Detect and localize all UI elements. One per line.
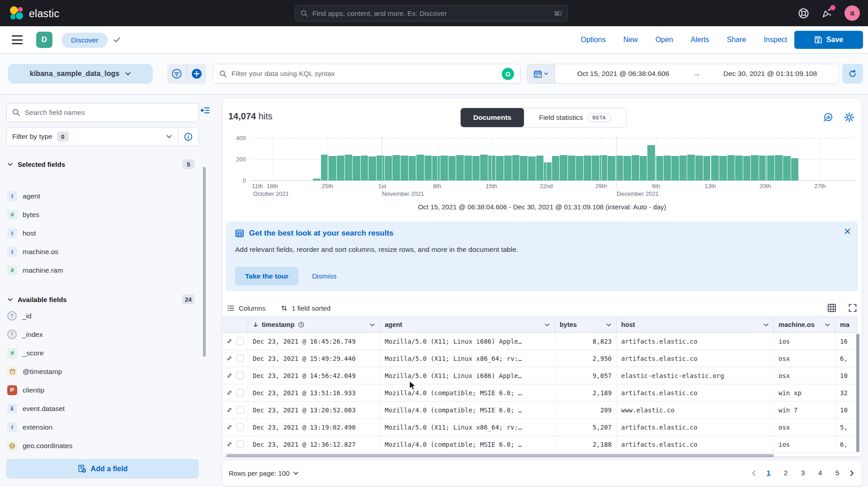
histogram-bar[interactable] — [623, 156, 631, 180]
expand-row-icon[interactable] — [226, 355, 232, 361]
histogram-bar[interactable] — [512, 155, 520, 180]
selected-field-agent[interactable]: tagent — [7, 187, 188, 205]
row-checkbox[interactable] — [236, 423, 244, 431]
row-checkbox[interactable] — [236, 440, 244, 448]
histogram-bar[interactable] — [711, 156, 719, 180]
histogram-bar[interactable] — [488, 156, 496, 180]
page-4[interactable]: 4 — [814, 467, 826, 479]
histogram-bar[interactable] — [520, 156, 528, 180]
dismiss-link[interactable]: Dismiss — [312, 272, 336, 280]
header-machine-os[interactable]: machine.os — [774, 317, 835, 332]
histogram-bar[interactable] — [695, 156, 703, 180]
histogram-bar[interactable] — [640, 156, 647, 180]
histogram-bar[interactable] — [735, 156, 743, 180]
histogram-bar[interactable] — [584, 156, 591, 180]
histogram-bar[interactable] — [568, 156, 576, 180]
histogram-bar[interactable] — [464, 156, 472, 180]
nav-link-inspect[interactable]: Inspect — [764, 36, 787, 44]
save-button[interactable]: Save — [794, 31, 863, 49]
histogram-bar[interactable] — [409, 156, 416, 180]
row-checkbox[interactable] — [236, 355, 244, 362]
expand-row-icon[interactable] — [226, 407, 232, 413]
take-tour-button[interactable]: Take the tour — [235, 267, 298, 285]
histogram-bar[interactable] — [448, 156, 456, 180]
histogram-bar[interactable] — [751, 155, 759, 180]
histogram-bar[interactable] — [337, 156, 344, 180]
histogram-bar[interactable] — [472, 156, 480, 180]
row-checkbox[interactable] — [236, 406, 244, 414]
row-checkbox[interactable] — [236, 372, 244, 379]
histogram-bar[interactable] — [401, 156, 408, 180]
elastic-logo[interactable]: elastic — [9, 6, 59, 21]
field-search[interactable] — [6, 103, 199, 122]
selected-fields-header[interactable]: Selected fields 5 — [7, 159, 194, 170]
available-field-_score[interactable]: #_score — [7, 344, 188, 362]
next-page-icon[interactable] — [849, 470, 855, 477]
histogram-bar[interactable] — [719, 156, 727, 180]
histogram-bar[interactable] — [353, 156, 360, 180]
info-icon[interactable] — [178, 128, 198, 146]
histogram-bar[interactable] — [743, 156, 751, 180]
calendar-icon[interactable] — [527, 64, 555, 83]
newsfeed-icon[interactable] — [821, 7, 833, 19]
add-field-button[interactable]: Add a field — [6, 459, 199, 478]
available-field-_index[interactable]: ?_index — [7, 325, 188, 344]
prev-page-icon[interactable] — [750, 470, 757, 477]
expand-row-icon[interactable] — [226, 338, 232, 344]
date-to[interactable]: Dec 30, 2021 @ 01:31:09.108 — [702, 70, 838, 78]
vertical-scrollbar[interactable] — [856, 334, 859, 452]
page-3[interactable]: 3 — [797, 467, 809, 479]
histogram-bar[interactable] — [313, 179, 321, 180]
available-field-event.dataset[interactable]: kevent.dataset — [7, 399, 188, 418]
page-1[interactable]: 1 — [763, 467, 774, 479]
add-filter-icon[interactable] — [187, 64, 207, 84]
selected-field-host[interactable]: thost — [7, 224, 188, 242]
nav-link-share[interactable]: Share — [727, 36, 746, 44]
space-badge[interactable]: D — [36, 32, 52, 48]
histogram-bar[interactable] — [775, 155, 783, 180]
available-field-geo.coordinates[interactable]: geo.coordinates — [7, 436, 188, 455]
histogram-bar[interactable] — [425, 156, 432, 180]
histogram-bar[interactable] — [504, 156, 512, 180]
histogram-bar[interactable] — [440, 156, 448, 180]
fullscreen-icon[interactable] — [848, 303, 857, 312]
histogram-bar[interactable] — [496, 156, 504, 180]
expand-row-icon[interactable] — [226, 441, 232, 447]
histogram-bar[interactable] — [671, 156, 679, 180]
global-search[interactable]: ⌘/ — [295, 5, 568, 22]
histogram-bar[interactable] — [592, 156, 599, 180]
horizontal-scrollbar[interactable] — [226, 454, 774, 457]
header-timestamp[interactable]: timestamp — [248, 317, 380, 332]
histogram-bar[interactable] — [687, 155, 695, 180]
refresh-button[interactable] — [842, 64, 863, 84]
menu-icon[interactable] — [12, 35, 23, 44]
histogram-bar[interactable] — [368, 156, 376, 180]
data-view-picker[interactable]: kibana_sample_data_logs — [8, 64, 153, 84]
histogram-plot[interactable] — [251, 137, 854, 181]
row-checkbox[interactable] — [236, 389, 244, 397]
expand-row-icon[interactable] — [226, 373, 232, 378]
available-field-clientip[interactable]: IPclientip — [7, 381, 188, 399]
histogram-bar[interactable] — [528, 156, 536, 180]
gear-icon[interactable] — [844, 112, 854, 123]
histogram-bar[interactable] — [608, 156, 615, 180]
close-icon[interactable] — [844, 228, 851, 235]
user-avatar[interactable]: a — [844, 5, 860, 21]
global-search-input[interactable] — [312, 9, 549, 18]
tab-field-statistics[interactable]: Field statistics BETA — [524, 108, 626, 127]
histogram-bar[interactable] — [536, 156, 544, 180]
header-agent[interactable]: agent — [380, 317, 555, 332]
histogram-bar[interactable] — [576, 156, 584, 180]
kql-query-bar[interactable]: G — [212, 64, 521, 84]
available-field-_id[interactable]: ?_id — [7, 307, 188, 325]
histogram-bar[interactable] — [361, 156, 368, 180]
histogram-bar[interactable] — [560, 155, 567, 180]
histogram-bar[interactable] — [329, 156, 336, 180]
row-checkbox[interactable] — [236, 337, 244, 345]
chart-options-icon[interactable] — [823, 112, 833, 123]
histogram-bar[interactable] — [552, 156, 560, 180]
display-options-icon[interactable] — [827, 303, 836, 312]
histogram-bar[interactable] — [392, 155, 400, 180]
nav-link-alerts[interactable]: Alerts — [691, 36, 709, 44]
sidebar-scrollbar[interactable] — [203, 167, 206, 357]
